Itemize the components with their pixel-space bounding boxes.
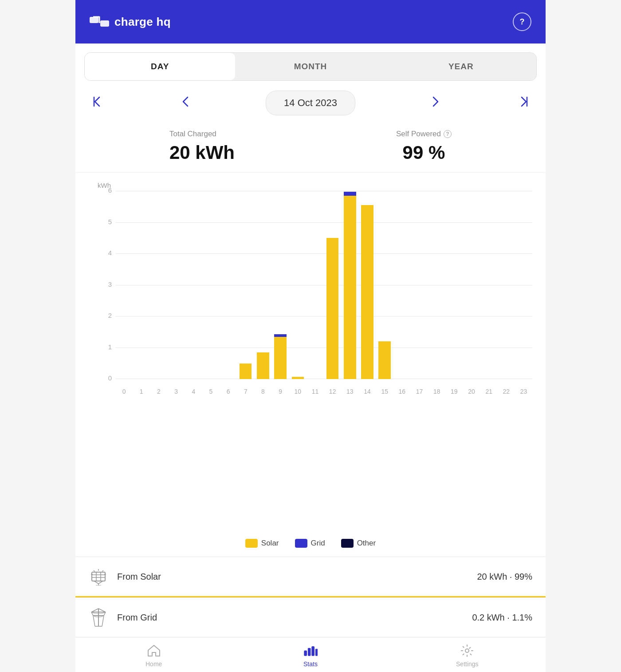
x-label: 1 <box>133 388 150 395</box>
bottom-nav: Home Stats Settings <box>75 637 546 672</box>
legend-grid-dot <box>295 539 307 548</box>
bar-solar-segment <box>257 352 269 379</box>
help-button[interactable]: ? <box>513 12 531 31</box>
app-container: charge hq ? DAY MONTH YEAR 14 Oct 2023 <box>75 0 546 672</box>
grid-y-label: 4 <box>98 249 112 257</box>
bar-solar-segment <box>344 196 356 379</box>
svg-rect-30 <box>312 647 314 656</box>
bar-group <box>220 191 237 379</box>
date-display[interactable]: 14 Oct 2023 <box>266 91 355 115</box>
app-name: charge hq <box>114 15 171 29</box>
bar-group <box>115 191 133 379</box>
home-icon <box>147 644 161 658</box>
x-label: 7 <box>237 388 254 395</box>
legend-solar: Solar <box>245 539 279 548</box>
x-label: 20 <box>463 388 480 395</box>
logo-icon <box>90 14 109 29</box>
bar-group <box>411 191 428 379</box>
x-label: 16 <box>393 388 411 395</box>
x-label: 18 <box>428 388 445 395</box>
stats-icon <box>303 644 318 658</box>
bar-group <box>445 191 463 379</box>
svg-rect-28 <box>304 651 307 656</box>
bar-stack <box>274 334 286 379</box>
source-row-solar: From Solar 20 kWh · 99% <box>75 557 546 597</box>
x-label: 19 <box>445 388 463 395</box>
bar-group <box>376 191 393 379</box>
svg-rect-29 <box>308 648 310 656</box>
legend-solar-dot <box>245 539 258 548</box>
x-label: 17 <box>411 388 428 395</box>
grid-y-label: 2 <box>98 312 112 319</box>
bar-group <box>272 191 289 379</box>
bar-group <box>358 191 376 379</box>
bar-solar-segment <box>326 238 338 379</box>
svg-line-14 <box>102 570 104 572</box>
svg-line-26 <box>102 616 104 626</box>
tab-day[interactable]: DAY <box>85 53 235 80</box>
total-charged-block: Total Charged 20 kWh <box>169 130 235 163</box>
solar-source-label: From Solar <box>117 572 468 582</box>
x-label: 13 <box>341 388 358 395</box>
header: charge hq ? <box>75 0 546 43</box>
bar-stack <box>257 352 269 379</box>
bar-group <box>289 191 307 379</box>
stats-row: Total Charged 20 kWh Self Powered ? 99 % <box>75 125 546 173</box>
x-label: 14 <box>358 388 376 395</box>
legend-other-label: Other <box>357 539 376 548</box>
bar-solar-segment <box>240 364 252 379</box>
x-label: 4 <box>185 388 202 395</box>
x-label: 9 <box>272 388 289 395</box>
chart-legend: Solar Grid Other <box>75 532 546 557</box>
x-label: 23 <box>515 388 532 395</box>
x-label: 8 <box>254 388 271 395</box>
tab-year[interactable]: YEAR <box>386 53 536 80</box>
bar-stack <box>378 341 390 379</box>
nav-settings[interactable]: Settings <box>389 644 546 668</box>
x-label: 11 <box>307 388 324 395</box>
bar-stack <box>240 364 252 379</box>
next-button[interactable] <box>428 95 444 111</box>
grid-y-label: 0 <box>98 374 112 382</box>
nav-stats[interactable]: Stats <box>232 644 389 668</box>
prev-button[interactable] <box>177 95 193 111</box>
self-powered-info-icon[interactable]: ? <box>444 130 452 138</box>
chart-y-label: kWh <box>98 182 532 189</box>
self-powered-value: 99 % <box>396 142 452 163</box>
x-label: 22 <box>498 388 515 395</box>
self-powered-label: Self Powered ? <box>396 130 452 138</box>
x-label: 10 <box>289 388 307 395</box>
skip-forward-button[interactable] <box>516 95 532 111</box>
svg-line-15 <box>94 570 95 572</box>
bar-group <box>307 191 324 379</box>
bar-group <box>341 191 358 379</box>
svg-line-24 <box>98 609 106 612</box>
legend-solar-label: Solar <box>261 539 279 548</box>
grid-source-value: 0.2 kWh · 1.1% <box>472 613 532 623</box>
settings-icon <box>460 644 474 658</box>
svg-line-23 <box>91 609 98 612</box>
chart-wrapper: 6543210 01234567891011121314151617181920… <box>98 191 532 395</box>
legend-grid: Grid <box>295 539 325 548</box>
svg-point-32 <box>465 649 469 652</box>
solar-icon <box>89 567 108 586</box>
x-label: 6 <box>220 388 237 395</box>
grid-y-label: 5 <box>98 218 112 225</box>
bar-group <box>254 191 271 379</box>
self-powered-block: Self Powered ? 99 % <box>396 130 452 163</box>
nav-home[interactable]: Home <box>75 644 232 668</box>
x-label: 15 <box>376 388 393 395</box>
chart-area: kWh 6543210 0123456789101112131415161718… <box>75 173 546 532</box>
legend-grid-label: Grid <box>311 539 325 548</box>
tab-selector: DAY MONTH YEAR <box>84 52 537 81</box>
bar-group <box>393 191 411 379</box>
bar-group <box>237 191 254 379</box>
total-charged-label: Total Charged <box>169 130 235 138</box>
skip-back-button[interactable] <box>89 95 105 111</box>
chart-bars <box>115 191 532 379</box>
bar-group <box>480 191 498 379</box>
total-charged-value: 20 kWh <box>169 142 235 163</box>
tab-month[interactable]: MONTH <box>235 53 385 80</box>
nav-home-label: Home <box>145 660 162 668</box>
logo: charge hq <box>90 14 171 29</box>
